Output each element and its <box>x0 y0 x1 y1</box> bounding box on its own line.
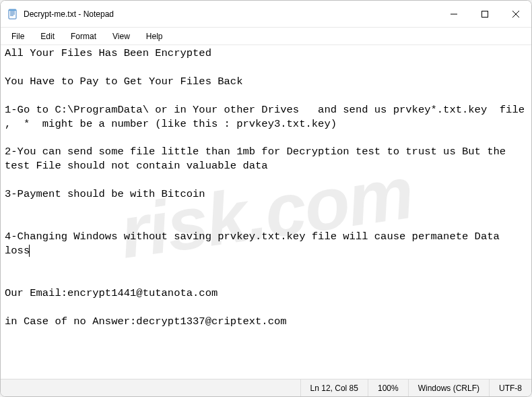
content-area: risk.com All Your Files Has Been Encrypt… <box>1 45 531 379</box>
title-left: Decrypt-me.txt - Notepad <box>1 9 438 20</box>
statusbar: Ln 12, Col 85 100% Windows (CRLF) UTF-8 <box>1 379 531 396</box>
notepad-icon <box>7 9 18 20</box>
svg-rect-5 <box>9 9 16 11</box>
status-zoom: 100% <box>368 379 408 396</box>
editor-text-main: All Your Files Has Been Encrypted You Ha… <box>5 47 531 257</box>
menu-format[interactable]: Format <box>64 30 103 42</box>
minimize-button[interactable] <box>438 1 469 27</box>
window-controls <box>438 1 531 27</box>
status-encoding: UTF-8 <box>489 379 531 396</box>
maximize-button[interactable] <box>469 1 500 27</box>
window-title: Decrypt-me.txt - Notepad <box>24 9 114 19</box>
text-editor[interactable]: All Your Files Has Been Encrypted You Ha… <box>1 45 531 379</box>
menu-view[interactable]: View <box>106 30 137 42</box>
menu-help[interactable]: Help <box>139 30 170 42</box>
menu-file[interactable]: File <box>5 30 31 42</box>
status-line-ending: Windows (CRLF) <box>408 379 489 396</box>
text-cursor <box>29 245 30 257</box>
menu-edit[interactable]: Edit <box>34 30 61 42</box>
svg-rect-7 <box>482 11 488 17</box>
status-spacer <box>1 379 300 396</box>
status-position: Ln 12, Col 85 <box>300 379 368 396</box>
editor-text-tail: Our Email:encrypt1441@tutanota.com in Ca… <box>5 287 287 328</box>
notepad-window: Decrypt-me.txt - Notepad File Edit Forma… <box>0 0 532 397</box>
menubar: File Edit Format View Help <box>1 28 531 45</box>
titlebar[interactable]: Decrypt-me.txt - Notepad <box>1 1 531 28</box>
close-button[interactable] <box>500 1 531 27</box>
